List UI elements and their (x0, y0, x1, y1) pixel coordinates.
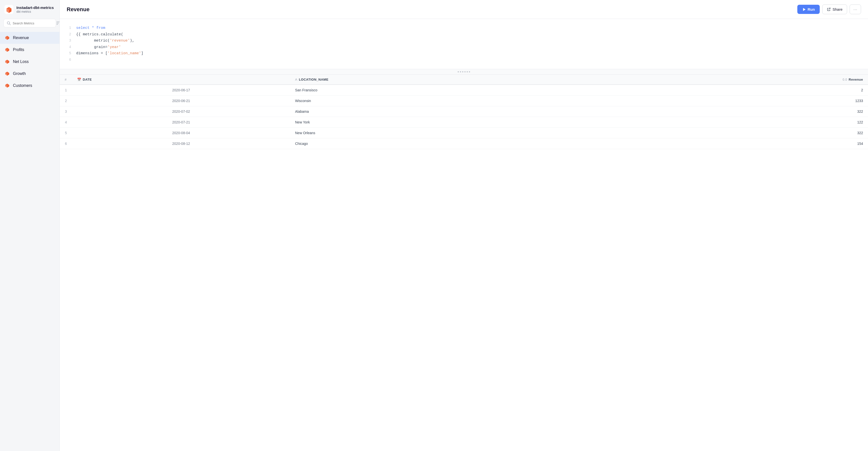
sidebar-item-net-loss[interactable]: Net Loss (0, 56, 60, 68)
cell-location-4: New Orleans (290, 128, 630, 139)
cell-date-1: 2020-06-21 (72, 96, 290, 106)
cell-location-3: New York (290, 117, 630, 128)
table-header-row: # 📅 DATE A LOCATION_NAME (60, 75, 868, 85)
cell-index-1: 2 (60, 96, 72, 106)
line-number-6: 6 (68, 57, 71, 63)
drag-dot-4 (464, 71, 466, 72)
share-button-label: Share (832, 7, 842, 11)
drag-dots (458, 71, 470, 72)
code-content-5: dimensions = ['location_name'] (76, 50, 143, 57)
col-header-revenue: 0.0 Revenue (630, 75, 868, 85)
top-bar: Revenue Run Share ··· (60, 0, 868, 19)
code-line-2: 2 {{ metrics.calculate( (68, 31, 860, 38)
cell-index-4: 5 (60, 128, 72, 139)
numeric-type-icon: 0.0 (843, 78, 847, 81)
sidebar-item-customers[interactable]: Customers (0, 80, 60, 92)
sidebar-item-growth-label: Growth (13, 71, 26, 76)
sidebar-item-growth[interactable]: Growth (0, 68, 60, 80)
cell-revenue-1: 1233 (630, 96, 868, 106)
results-table-container[interactable]: # 📅 DATE A LOCATION_NAME (60, 75, 868, 451)
sidebar-item-customers-label: Customers (13, 83, 32, 88)
drag-handle[interactable] (60, 69, 868, 75)
app-subtitle: dbt metrics (17, 10, 54, 13)
cell-revenue-2: 322 (630, 106, 868, 117)
table-row: 1 2020-06-17 San Fransisco 2 (60, 85, 868, 96)
table-row: 6 2020-08-12 Chicago 154 (60, 139, 868, 149)
cell-index-3: 4 (60, 117, 72, 128)
sidebar: Instadart-dbt-metrics dbt metrics Revenu… (0, 0, 60, 451)
drag-dot-2 (460, 71, 461, 72)
col-header-date: 📅 DATE (72, 75, 290, 85)
customers-icon (4, 83, 10, 88)
code-editor[interactable]: 1 select * from 2 {{ metrics.calculate( … (60, 19, 868, 69)
cell-index-5: 6 (60, 139, 72, 149)
cell-date-3: 2020-07-21 (72, 117, 290, 128)
revenue-icon (4, 35, 10, 40)
code-content-4: grain='year' (76, 44, 121, 51)
cell-revenue-5: 154 (630, 139, 868, 149)
top-bar-actions: Run Share ··· (797, 4, 861, 14)
line-number-2: 2 (68, 32, 71, 38)
svg-marker-6 (803, 8, 806, 11)
cell-revenue-0: 2 (630, 85, 868, 96)
svg-line-2 (9, 24, 10, 25)
search-input[interactable] (13, 22, 55, 25)
sidebar-item-profits[interactable]: Profits (0, 44, 60, 56)
net-loss-icon (4, 59, 10, 64)
cell-date-5: 2020-08-12 (72, 139, 290, 149)
table-row: 3 2020-07-02 Alabama 322 (60, 106, 868, 117)
code-content-6 (76, 57, 79, 63)
cell-location-1: Wisconsin (290, 96, 630, 106)
nav-items: Revenue Profits Net Loss Grow (0, 32, 60, 92)
page-title: Revenue (67, 6, 90, 13)
cell-date-0: 2020-06-17 (72, 85, 290, 96)
sidebar-item-revenue[interactable]: Revenue (0, 32, 60, 44)
run-button-label: Run (808, 7, 815, 11)
cell-location-5: Chicago (290, 139, 630, 149)
col-header-index: # (60, 75, 72, 85)
code-line-6: 6 (68, 57, 860, 63)
app-title: Instadart-dbt-metrics (17, 5, 54, 10)
drag-dot-3 (462, 71, 463, 72)
cell-revenue-4: 322 (630, 128, 868, 139)
search-bar[interactable] (3, 19, 56, 27)
cell-date-2: 2020-07-02 (72, 106, 290, 117)
share-icon (827, 7, 831, 11)
table-row: 5 2020-08-04 New Orleans 322 (60, 128, 868, 139)
results-table: # 📅 DATE A LOCATION_NAME (60, 75, 868, 149)
code-line-1: 1 select * from (68, 25, 860, 31)
line-number-4: 4 (68, 44, 71, 50)
cell-location-2: Alabama (290, 106, 630, 117)
code-content-2: {{ metrics.calculate( (76, 31, 123, 38)
line-number-1: 1 (68, 25, 71, 31)
run-button[interactable]: Run (797, 5, 820, 14)
drag-dot-1 (458, 71, 459, 72)
share-button[interactable]: Share (822, 4, 847, 14)
more-button[interactable]: ··· (849, 4, 861, 14)
drag-dot-5 (467, 71, 468, 72)
table-row: 2 2020-06-21 Wisconsin 1233 (60, 96, 868, 106)
sidebar-header: Instadart-dbt-metrics dbt metrics (0, 5, 60, 19)
sidebar-item-net-loss-label: Net Loss (13, 59, 29, 64)
growth-icon (4, 71, 10, 77)
code-line-4: 4 grain='year' (68, 44, 860, 51)
line-number-3: 3 (68, 38, 71, 44)
cell-location-0: San Fransisco (290, 85, 630, 96)
app-title-group: Instadart-dbt-metrics dbt metrics (17, 5, 54, 13)
play-icon (802, 8, 806, 11)
cell-revenue-3: 122 (630, 117, 868, 128)
more-button-label: ··· (853, 7, 857, 11)
code-content-1: select * from (76, 25, 105, 31)
cell-index-0: 1 (60, 85, 72, 96)
table-row: 4 2020-07-21 New York 122 (60, 117, 868, 128)
app-logo-icon (4, 5, 13, 14)
search-icon (7, 21, 11, 25)
line-number-5: 5 (68, 51, 71, 57)
drag-dot-6 (469, 71, 470, 72)
text-type-icon: A (295, 78, 298, 81)
cell-index-2: 3 (60, 106, 72, 117)
sidebar-item-revenue-label: Revenue (13, 36, 29, 40)
code-line-5: 5 dimensions = ['location_name'] (68, 50, 860, 57)
sidebar-item-profits-label: Profits (13, 48, 24, 52)
calendar-icon: 📅 (77, 78, 82, 81)
